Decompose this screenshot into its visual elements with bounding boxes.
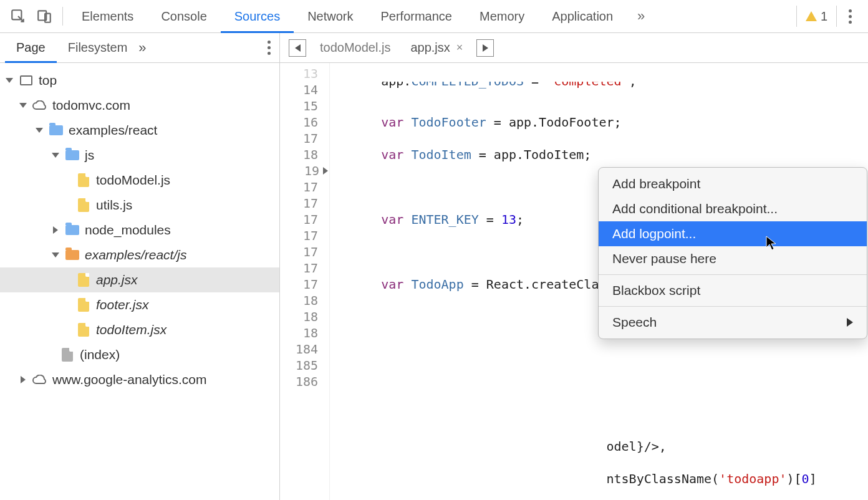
subtab-page[interactable]: Page	[5, 33, 57, 62]
menu-speech[interactable]: Speech	[599, 310, 867, 335]
code-editor[interactable]: 13 14 15 16 17 18 19 17 17 17 17 17 17 1…	[280, 63, 868, 500]
file-icon	[76, 198, 91, 213]
tab-console[interactable]: Console	[147, 0, 220, 32]
kebab-menu-icon[interactable]	[837, 0, 863, 32]
menu-blackbox[interactable]: Blackbox script	[599, 278, 867, 303]
cloud-icon	[32, 372, 47, 387]
submenu-arrow-icon	[847, 318, 853, 327]
tree-folder-js[interactable]: js	[0, 143, 279, 168]
tree-file-app[interactable]: app.jsx	[0, 267, 279, 292]
tab-sources[interactable]: Sources	[221, 0, 294, 32]
folder-icon	[65, 248, 80, 262]
tree-folder-sourcemap[interactable]: examples/react/js	[0, 243, 279, 267]
file-icon	[76, 297, 91, 312]
warning-count[interactable]: 1	[796, 6, 837, 27]
close-icon[interactable]: ×	[456, 41, 463, 54]
tree-folder-nodemodules[interactable]: node_modules	[0, 218, 279, 243]
divider	[62, 7, 63, 26]
file-navigator: top todomvc.com examples/react js todoMo…	[0, 63, 280, 500]
sources-toolbar: Page Filesystem » todoModel.js app.jsx ×	[0, 33, 868, 63]
show-debugger-icon[interactable]	[476, 39, 494, 57]
menu-separator	[599, 274, 867, 275]
warning-count-value: 1	[821, 9, 827, 24]
navigator-menu-icon[interactable]	[258, 32, 279, 64]
folder-icon	[65, 223, 80, 238]
menu-add-breakpoint[interactable]: Add breakpoint	[599, 171, 867, 196]
device-toggle-icon[interactable]	[31, 0, 57, 32]
more-tabs-icon[interactable]: »	[627, 0, 653, 32]
cloud-icon	[32, 98, 47, 113]
menu-add-logpoint[interactable]: Add logpoint...	[599, 221, 867, 246]
devtools-top-tabs: Elements Console Sources Network Perform…	[0, 0, 868, 33]
main-area: top todomvc.com examples/react js todoMo…	[0, 63, 868, 500]
folder-icon	[65, 148, 80, 163]
filetab-app[interactable]: app.jsx ×	[400, 33, 473, 62]
menu-never-pause[interactable]: Never pause here	[599, 246, 867, 271]
tree-file-footer[interactable]: footer.jsx	[0, 292, 279, 317]
warning-icon	[806, 11, 817, 21]
tree-top[interactable]: top	[0, 68, 279, 93]
nav-prev-icon[interactable]	[289, 39, 306, 57]
subtab-filesystem[interactable]: Filesystem	[57, 33, 139, 62]
navigator-tabs: Page Filesystem »	[0, 33, 280, 62]
line-gutter[interactable]: 13 14 15 16 17 18 19 17 17 17 17 17 17 1…	[280, 63, 330, 500]
file-icon	[76, 322, 91, 337]
tree-file-utils[interactable]: utils.js	[0, 193, 279, 218]
tree-file-index[interactable]: (index)	[0, 342, 279, 367]
tree-domain-ga[interactable]: www.google-analytics.com	[0, 367, 279, 392]
file-icon	[60, 347, 75, 362]
more-subtabs-icon[interactable]: »	[138, 40, 143, 56]
folder-icon	[49, 123, 64, 138]
menu-separator	[599, 306, 867, 307]
file-icon	[76, 173, 91, 188]
tree-file-todoitem[interactable]: todoItem.jsx	[0, 317, 279, 342]
tab-elements[interactable]: Elements	[68, 0, 147, 32]
tree-file-todomodel[interactable]: todoModel.js	[0, 168, 279, 193]
file-icon	[76, 272, 91, 287]
tab-performance[interactable]: Performance	[367, 0, 466, 32]
filetab-todomodel[interactable]: todoModel.js	[310, 33, 400, 62]
filetab-label: app.jsx	[410, 41, 450, 55]
frame-icon	[19, 73, 34, 88]
fold-icon[interactable]	[323, 167, 328, 175]
tab-memory[interactable]: Memory	[466, 0, 538, 32]
tree-folder-examples[interactable]: examples/react	[0, 118, 279, 143]
tab-application[interactable]: Application	[538, 0, 627, 32]
menu-add-conditional[interactable]: Add conditional breakpoint...	[599, 196, 867, 221]
tree-domain[interactable]: todomvc.com	[0, 93, 279, 118]
inspect-icon[interactable]	[5, 0, 31, 32]
gutter-context-menu: Add breakpoint Add conditional breakpoin…	[598, 167, 867, 339]
file-tabs: todoModel.js app.jsx ×	[280, 33, 868, 62]
tab-network[interactable]: Network	[294, 0, 367, 32]
